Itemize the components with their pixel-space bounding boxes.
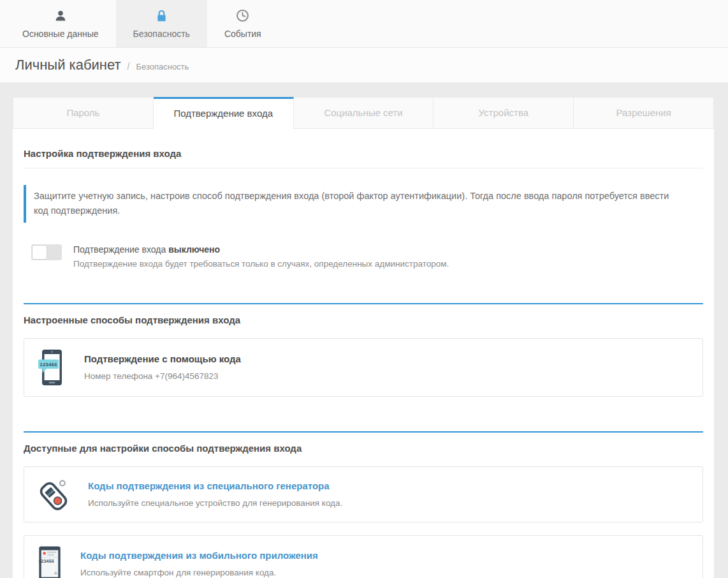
breadcrumb-separator: / <box>127 61 130 71</box>
mobile-app-icon: 123456 + <box>37 546 62 578</box>
tab-strip: Пароль Подтверждение входа Социальные се… <box>13 97 714 129</box>
toggle-knob <box>32 245 47 260</box>
configured-method-subtitle: Номер телефона +7(964)4567823 <box>84 371 241 381</box>
breadcrumb: Личный кабинет / Безопасность <box>0 48 728 83</box>
info-note: Защитите учетную запись, настроив способ… <box>24 185 693 223</box>
token-method-link[interactable]: Коды подтверждения из специального генер… <box>88 480 330 491</box>
mobile-app-method-link[interactable]: Коды подтверждения из мобильного приложе… <box>80 550 318 561</box>
toggle-label: Подтверждение входа выключено <box>73 243 449 257</box>
nav-item-security[interactable]: Безопасность <box>116 0 207 47</box>
nav-item-label: События <box>224 29 261 39</box>
configured-section-heading: Настроенные способы подтверждения входа <box>24 304 703 325</box>
nav-item-main-data[interactable]: Основные данные <box>5 0 116 47</box>
toggle-state-value: выключено <box>168 244 220 255</box>
setup-section-heading: Настройка подтверждения входа <box>24 138 703 168</box>
page-title: Личный кабинет <box>15 57 121 73</box>
nav-item-label: Основные данные <box>22 29 99 39</box>
nav-item-events[interactable]: События <box>207 0 279 47</box>
tab-password[interactable]: Пароль <box>13 97 154 129</box>
available-method-card-token: 123456 Коды подтверждения из специальног… <box>24 466 703 522</box>
lock-icon <box>156 9 168 23</box>
token-method-subtitle: Используйте специальное устройство для г… <box>88 498 342 508</box>
top-nav: Основные данные Безопасность События <box>0 0 728 48</box>
user-icon <box>54 9 67 23</box>
toggle-description: Подтверждение входа будет требоваться то… <box>73 259 449 269</box>
tab-panel: Настройка подтверждения входа Защитите у… <box>13 129 714 578</box>
main-content: Пароль Подтверждение входа Социальные се… <box>13 97 714 578</box>
tab-login-confirmation[interactable]: Подтверждение входа <box>154 97 294 129</box>
available-method-card-mobile-app: 123456 + Коды подтверждения из мобильног… <box>24 535 703 578</box>
clock-icon <box>236 9 249 23</box>
mobile-app-method-subtitle: Используйте смартфон для генерирования к… <box>80 568 318 577</box>
tab-devices[interactable]: Устройства <box>433 97 574 129</box>
available-section-heading: Доступные для настройки способы подтверж… <box>24 433 703 454</box>
tab-social-networks[interactable]: Социальные сети <box>294 97 434 129</box>
login-confirmation-toggle[interactable] <box>31 244 62 260</box>
breadcrumb-section: Безопасность <box>136 62 189 71</box>
phone-code-text: 123456 <box>40 362 57 367</box>
security-settings-page: Основные данные Безопасность События Лич… <box>0 0 728 578</box>
toggle-label-prefix: Подтверждение входа <box>73 244 168 255</box>
phone-sms-icon: 123456 <box>37 349 66 386</box>
configured-method-title: Подтверждение с помощью кода <box>84 353 241 364</box>
nav-item-label: Безопасность <box>133 29 190 39</box>
tab-permissions[interactable]: Разрешения <box>574 97 714 129</box>
app-code-text: 123456 <box>38 559 54 564</box>
login-confirmation-toggle-row: Подтверждение входа выключено Подтвержде… <box>31 243 703 269</box>
app-plus-text: + <box>54 568 57 576</box>
token-icon: 123456 <box>37 477 70 512</box>
configured-method-card-sms: 123456 Подтверждение с помощью кода Номе… <box>24 338 703 397</box>
